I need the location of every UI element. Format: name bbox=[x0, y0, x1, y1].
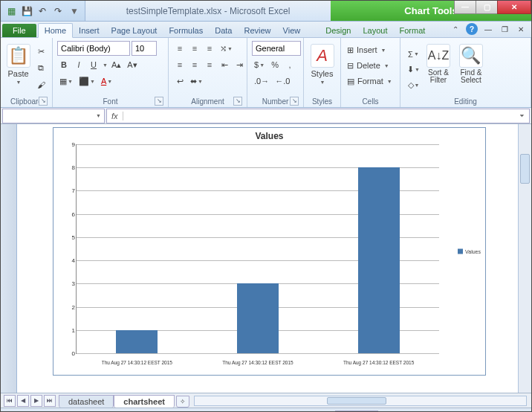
minimize-ribbon-icon[interactable]: ⌃ bbox=[450, 23, 461, 35]
sheet-tab-chartsheet[interactable]: chartsheet bbox=[114, 395, 175, 408]
number-format-combo[interactable] bbox=[252, 41, 301, 56]
tab-view[interactable]: View bbox=[277, 24, 307, 37]
gridline bbox=[77, 214, 439, 215]
insert-cells-button[interactable]: ⊞Insert▼ bbox=[346, 42, 395, 57]
expand-formula-icon[interactable]: ⏷ bbox=[515, 113, 529, 118]
font-size-combo[interactable] bbox=[132, 41, 157, 56]
shrink-font-icon[interactable]: A▾ bbox=[125, 57, 139, 72]
align-center-icon[interactable]: ≡ bbox=[188, 57, 201, 72]
italic-button[interactable]: I bbox=[72, 57, 85, 72]
format-painter-icon[interactable]: 🖌 bbox=[34, 77, 48, 92]
qat-dropdown-icon[interactable]: ▼ bbox=[67, 4, 82, 19]
undo-icon[interactable]: ↶ bbox=[35, 4, 50, 19]
minimize-button[interactable]: — bbox=[454, 0, 476, 14]
new-sheet-button[interactable]: ✧ bbox=[176, 396, 189, 408]
format-cells-button[interactable]: ▤Format▼ bbox=[346, 74, 395, 88]
comma-icon[interactable]: , bbox=[283, 57, 296, 72]
align-right-icon[interactable]: ≡ bbox=[203, 57, 216, 72]
close-button[interactable]: ✕ bbox=[497, 0, 531, 14]
styles-icon: A bbox=[311, 44, 334, 68]
tab-insert[interactable]: Insert bbox=[73, 24, 106, 37]
sheet-tab-datasheet[interactable]: datasheet bbox=[59, 395, 114, 408]
percent-icon[interactable]: % bbox=[268, 57, 282, 72]
chart-bar[interactable] bbox=[358, 167, 400, 353]
chart-bar[interactable] bbox=[116, 330, 158, 353]
workbook-minimize-icon[interactable]: — bbox=[482, 23, 494, 35]
horizontal-scrollbar[interactable] bbox=[194, 396, 527, 406]
border-button[interactable]: ▦▼ bbox=[57, 74, 75, 88]
grow-font-icon[interactable]: A▴ bbox=[109, 57, 123, 72]
scrollbar-thumb[interactable] bbox=[520, 154, 530, 184]
name-box[interactable]: ▼ bbox=[2, 109, 105, 123]
chevron-down-icon[interactable]: ▼ bbox=[96, 113, 101, 118]
tab-data[interactable]: Data bbox=[209, 24, 238, 37]
font-name-combo[interactable] bbox=[57, 41, 130, 56]
orientation-icon[interactable]: ⤭▼ bbox=[218, 41, 235, 56]
bold-button[interactable]: B bbox=[57, 57, 71, 72]
vertical-scrollbar[interactable] bbox=[518, 124, 531, 393]
align-bottom-icon[interactable]: ≡ bbox=[203, 41, 216, 56]
delete-cells-button[interactable]: ⊟Delete▼ bbox=[346, 58, 395, 73]
currency-icon[interactable]: $▼ bbox=[252, 57, 267, 72]
chart-legend[interactable]: Values bbox=[458, 249, 481, 254]
sheet-nav-first[interactable]: ⏮ bbox=[4, 395, 16, 407]
workbook-close-icon[interactable]: ✕ bbox=[515, 23, 527, 35]
tab-layout[interactable]: Layout bbox=[357, 24, 393, 37]
scrollbar-thumb[interactable] bbox=[327, 397, 386, 405]
x-axis-tick: Thu Aug 27 14:30:12 EEST 2015 bbox=[210, 360, 306, 365]
redo-icon[interactable]: ↷ bbox=[51, 4, 65, 19]
file-tab[interactable]: File bbox=[2, 24, 36, 37]
fill-color-button[interactable]: ⬛▼ bbox=[77, 74, 97, 88]
paste-button[interactable]: 📋 Paste ▼ bbox=[5, 39, 31, 97]
wrap-text-icon[interactable]: ↩ bbox=[173, 74, 186, 88]
zoom-out-button[interactable]: − bbox=[415, 409, 429, 413]
number-launcher[interactable]: ↘ bbox=[290, 97, 299, 106]
increase-decimal-icon[interactable]: .0→ bbox=[252, 74, 271, 88]
tab-format[interactable]: Format bbox=[393, 24, 431, 37]
workbook-restore-icon[interactable]: ❐ bbox=[499, 23, 510, 35]
chart-bar[interactable] bbox=[237, 283, 279, 353]
tab-review[interactable]: Review bbox=[238, 24, 276, 37]
chart-object[interactable]: Values 0123456789Thu Aug 27 14:30:12 EES… bbox=[53, 127, 486, 376]
sheet-nav-next[interactable]: ▶ bbox=[30, 395, 42, 407]
sort-filter-button[interactable]: A↓Z Sort & Filter bbox=[424, 39, 453, 97]
merge-center-icon[interactable]: ⬌▼ bbox=[188, 74, 205, 88]
tab-home[interactable]: Home bbox=[38, 23, 73, 38]
sheet-nav-last[interactable]: ⏭ bbox=[44, 395, 56, 407]
tab-design[interactable]: Design bbox=[319, 24, 357, 37]
clipboard-launcher[interactable]: ↘ bbox=[39, 97, 48, 106]
sheet-nav-prev[interactable]: ◀ bbox=[17, 395, 29, 407]
chart-title[interactable]: Values bbox=[53, 128, 485, 144]
underline-button[interactable]: U bbox=[87, 57, 100, 72]
clear-icon[interactable]: ◇▼ bbox=[405, 78, 422, 93]
copy-icon[interactable]: ⧉ bbox=[34, 61, 48, 76]
chevron-down-icon[interactable]: ▼ bbox=[103, 62, 108, 68]
sheet-area[interactable]: Values 0123456789Thu Aug 27 14:30:12 EES… bbox=[17, 124, 518, 393]
alignment-launcher[interactable]: ↘ bbox=[233, 97, 242, 106]
fx-icon[interactable]: fx bbox=[107, 112, 123, 120]
decrease-decimal-icon[interactable]: ←.0 bbox=[273, 74, 292, 88]
font-launcher[interactable]: ↘ bbox=[155, 97, 163, 106]
indent-increase-icon[interactable]: ⇥ bbox=[233, 57, 246, 72]
y-axis-tick: 5 bbox=[66, 234, 75, 240]
styles-button[interactable]: A Styles ▼ bbox=[308, 39, 336, 97]
help-icon[interactable]: ? bbox=[466, 23, 478, 35]
sort-icon: A↓Z bbox=[426, 44, 450, 68]
align-middle-icon[interactable]: ≡ bbox=[188, 41, 201, 56]
save-icon[interactable]: 💾 bbox=[19, 4, 34, 19]
align-left-icon[interactable]: ≡ bbox=[173, 57, 186, 72]
autosum-icon[interactable]: Σ▼ bbox=[405, 47, 422, 62]
tab-formulas[interactable]: Formulas bbox=[163, 24, 209, 37]
tab-page-layout[interactable]: Page Layout bbox=[106, 24, 163, 37]
formula-input[interactable] bbox=[123, 109, 514, 123]
plot-area[interactable]: 0123456789Thu Aug 27 14:30:12 EEST 2015T… bbox=[76, 144, 439, 354]
indent-decrease-icon[interactable]: ⇤ bbox=[218, 57, 231, 72]
cut-icon[interactable]: ✂ bbox=[34, 45, 48, 59]
font-color-button[interactable]: A▼ bbox=[99, 74, 114, 88]
find-select-button[interactable]: 🔍 Find & Select bbox=[455, 39, 487, 97]
align-top-icon[interactable]: ≡ bbox=[173, 41, 186, 56]
fill-icon[interactable]: ⬇▼ bbox=[405, 62, 422, 77]
maximize-button[interactable]: ▢ bbox=[476, 0, 498, 14]
group-alignment: ≡ ≡ ≡ ⤭▼ ≡ ≡ ≡ ⇤ ⇥ ↩ ⬌▼ Alignment↘ bbox=[169, 38, 247, 107]
zoom-in-button[interactable]: + bbox=[512, 409, 525, 413]
